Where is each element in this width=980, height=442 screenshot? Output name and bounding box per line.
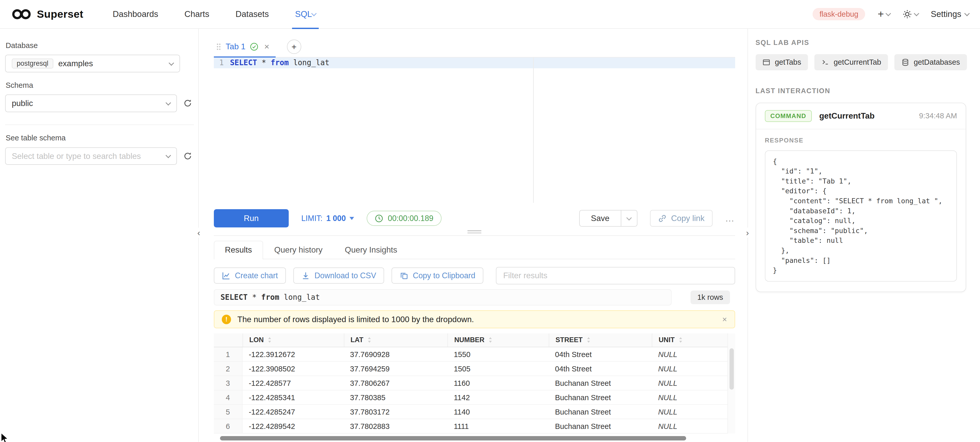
results-tab-query-history[interactable]: Query history [263, 241, 334, 259]
editor-active-line: 1 SELECT * from long_lat [214, 57, 735, 68]
schema-select[interactable]: public [5, 94, 177, 112]
nav-item-label: Dashboards [113, 9, 158, 19]
getcurrenttab-button[interactable]: getCurrentTab [815, 54, 888, 70]
table-cell: -122.3912672 [243, 347, 344, 361]
close-tab-icon[interactable]: × [264, 41, 269, 52]
nav-item-charts[interactable]: Charts [171, 0, 222, 28]
schema-label: Schema [6, 81, 192, 89]
nav-item-dashboards[interactable]: Dashboards [100, 0, 171, 28]
table-cell: 37.7690928 [344, 347, 448, 361]
link-icon [658, 214, 667, 223]
table-cell: 1142 [447, 390, 549, 404]
results-tab-query-insights[interactable]: Query Insights [334, 241, 408, 259]
table-cell: Buchanan Street [549, 390, 652, 404]
run-button[interactable]: Run [214, 209, 289, 227]
save-options-button[interactable] [621, 210, 638, 227]
gettabs-button[interactable]: getTabs [756, 54, 808, 70]
nav-item-label: Charts [185, 9, 209, 19]
table-row[interactable]: 1-122.391267237.7690928155004th StreetNU… [214, 347, 728, 362]
database-select[interactable]: postgresql examples [5, 55, 180, 72]
column-header-number[interactable]: NUMBER [447, 333, 549, 347]
table-cell: Buchanan Street [549, 376, 652, 390]
more-options-button[interactable]: … [725, 213, 735, 224]
limit-value: 1 000 [326, 214, 346, 223]
line-number: 1 [214, 57, 230, 68]
vertical-scrollbar[interactable] [727, 333, 735, 434]
column-header-lon[interactable]: LON [243, 333, 344, 347]
refresh-schemas-button[interactable] [183, 99, 192, 107]
save-button[interactable]: Save [579, 210, 621, 227]
table-cell: 1505 [447, 362, 549, 375]
column-header-lat[interactable]: LAT [344, 333, 448, 347]
download-to-csv-button[interactable]: Download to CSV [293, 268, 384, 284]
sort-icon[interactable] [267, 337, 272, 343]
column-header-unit[interactable]: UNIT [652, 333, 727, 347]
button-label: getDatabases [913, 58, 960, 67]
table-row[interactable]: 2-122.390850237.7694259150504th StreetNU… [214, 362, 728, 376]
refresh-icon [183, 152, 192, 160]
nav-item-datasets[interactable]: Datasets [222, 0, 282, 28]
new-item-button[interactable]: + [878, 9, 890, 19]
editor-tab[interactable]: Tab 1 × [214, 36, 276, 57]
row-index-cell: 2 [214, 362, 243, 375]
column-label: STREET [556, 336, 583, 344]
save-split-button: Save [579, 210, 638, 227]
sort-icon[interactable] [586, 337, 591, 343]
create-chart-button[interactable]: Create chart [214, 268, 286, 284]
navbar-right: flask-debug + Settings [813, 8, 969, 20]
results-tab-results[interactable]: Results [214, 241, 263, 260]
table-select[interactable]: Select table or type to search tables [5, 147, 177, 165]
table-cell: 37.7803172 [344, 405, 448, 419]
superset-logo-icon [11, 8, 32, 21]
settings-menu[interactable]: Settings [931, 9, 969, 19]
horizontal-scrollbar-thumb[interactable] [220, 436, 686, 440]
sort-icon[interactable] [488, 337, 493, 343]
table-schema-label: See table schema [6, 134, 192, 142]
vertical-scrollbar-thumb[interactable] [730, 348, 734, 389]
nav-item-label: Datasets [235, 9, 269, 19]
table-cell: -122.428577 [243, 376, 344, 390]
left-sidebar: Database postgresql examples Schema publ… [0, 29, 199, 442]
limit-dropdown[interactable]: LIMIT: 1 000 [301, 214, 354, 223]
add-tab-button[interactable]: + [287, 40, 301, 54]
refresh-icon [183, 99, 192, 107]
table-row[interactable]: 5-122.428524737.78031721140Buchanan Stre… [214, 405, 728, 419]
sql-lab-center: Tab 1 × + 1 SELECT * from long_lat Run [199, 29, 748, 442]
dismiss-warning-icon[interactable]: × [722, 315, 727, 324]
table-row[interactable]: 3-122.42857737.78062671160Buchanan Stree… [214, 376, 728, 390]
splitter-handle-icon[interactable] [468, 230, 481, 233]
superset-brand[interactable]: Superset [11, 8, 83, 21]
sort-icon[interactable] [367, 337, 372, 343]
collapse-api-panel-arrow[interactable]: › [743, 228, 752, 238]
getdatabases-button[interactable]: getDatabases [894, 54, 967, 70]
chevron-down-icon [165, 100, 171, 105]
column-label: UNIT [659, 336, 675, 344]
command-timestamp: 9:34:48 AM [919, 112, 957, 120]
chevron-down-icon [165, 153, 171, 158]
settings-label: Settings [931, 9, 961, 19]
chevron-down-icon [311, 11, 317, 16]
warning-text: The number of rows displayed is limited … [237, 315, 716, 324]
table-row[interactable]: 6-122.428954237.78028831111Buchanan Stre… [214, 419, 728, 434]
editor-tabbar: Tab 1 × + [214, 36, 735, 57]
collapse-sidebar-arrow[interactable]: ‹ [194, 228, 203, 238]
horizontal-scrollbar[interactable] [214, 436, 735, 440]
refresh-tables-button[interactable] [183, 152, 192, 160]
table-cell: 04th Street [549, 362, 652, 375]
download-icon [301, 271, 310, 280]
theme-toggle-button[interactable] [902, 10, 918, 19]
drag-handle-icon [216, 42, 221, 51]
sql-editor[interactable]: 1 SELECT * from long_lat [214, 57, 735, 203]
pane-splitter[interactable] [214, 235, 735, 236]
table-cell: 04th Street [549, 347, 652, 361]
filter-results-input[interactable] [496, 267, 735, 284]
copy-to-clipboard-button[interactable]: Copy to Clipboard [391, 268, 483, 284]
sort-icon[interactable] [678, 337, 683, 343]
column-header-street[interactable]: STREET [549, 333, 652, 347]
table-row[interactable]: 4-122.428534137.7803851142Buchanan Stree… [214, 390, 728, 405]
copy-link-button[interactable]: Copy link [650, 210, 713, 227]
row-index-cell: 1 [214, 347, 243, 361]
table-cell: -122.4285341 [243, 390, 344, 404]
superset-app: Superset DashboardsChartsDatasetsSQL fla… [0, 0, 980, 442]
nav-item-sql[interactable]: SQL [282, 0, 329, 28]
